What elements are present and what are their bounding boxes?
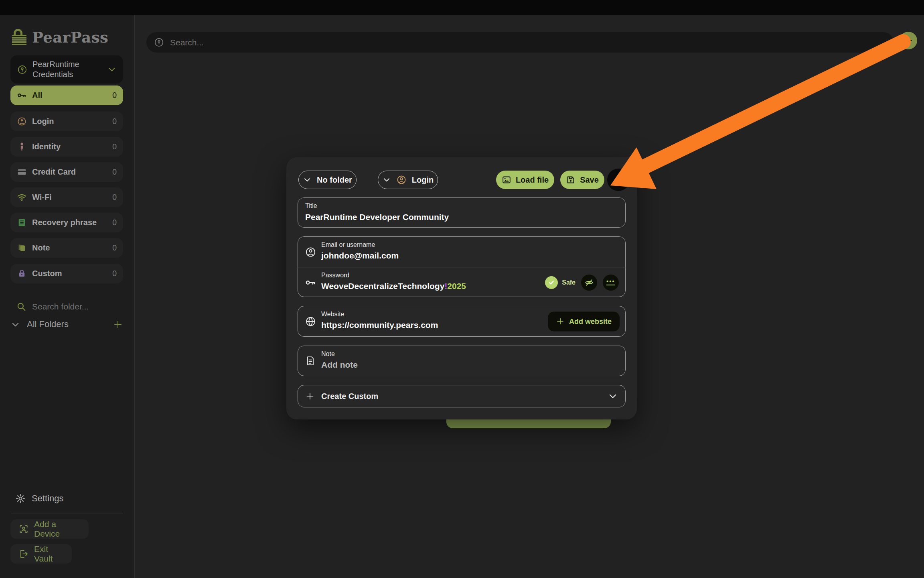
user-circle-icon xyxy=(305,246,316,258)
document-icon xyxy=(305,355,316,366)
note-field[interactable]: Note Add note xyxy=(298,346,626,376)
credential-editor-modal: No folder Login Load file xyxy=(286,157,637,419)
user-circle-icon xyxy=(396,175,407,185)
create-custom-row[interactable]: Create Custom xyxy=(298,385,626,407)
chevron-down-icon xyxy=(608,391,618,401)
globe-icon xyxy=(305,315,316,327)
website-field[interactable]: Website https://community.pears.com Add … xyxy=(298,306,626,337)
chevron-down-icon xyxy=(303,175,312,184)
type-select[interactable]: Login xyxy=(378,171,438,189)
chevron-down-icon xyxy=(382,175,391,184)
password-label: Password xyxy=(321,272,466,279)
key-icon xyxy=(305,277,316,288)
note-label: Note xyxy=(321,350,358,358)
password-value: WeoveDecentralizeTechnology!2025 xyxy=(321,281,466,291)
save-button[interactable]: Save xyxy=(560,171,604,189)
load-file-button[interactable]: Load file xyxy=(496,171,554,189)
folder-select[interactable]: No folder xyxy=(298,171,357,189)
plus-icon xyxy=(305,391,315,401)
password-options-button[interactable]: ••• xyxy=(603,275,619,291)
website-label: Website xyxy=(321,311,438,318)
website-value: https://community.pears.com xyxy=(321,320,438,330)
password-strength-badge: Safe xyxy=(545,276,575,289)
title-label: Title xyxy=(305,202,449,210)
credentials-group: Email or username johndoe@mail.com Passw… xyxy=(298,236,626,297)
email-label: Email or username xyxy=(321,241,399,248)
email-field[interactable]: Email or username johndoe@mail.com xyxy=(298,237,625,267)
check-icon xyxy=(545,276,558,289)
plus-icon xyxy=(556,317,565,326)
save-icon xyxy=(566,175,575,185)
more-dots-icon: ••• xyxy=(606,279,615,285)
close-button[interactable] xyxy=(607,169,630,191)
add-website-button[interactable]: Add website xyxy=(548,311,620,331)
note-placeholder: Add note xyxy=(321,360,358,370)
eye-off-icon xyxy=(584,278,594,287)
toggle-password-visibility-button[interactable] xyxy=(581,275,597,291)
email-value: johndoe@mail.com xyxy=(321,251,399,261)
safe-label: Safe xyxy=(562,279,575,286)
modal-toolbar: No folder Login Load file xyxy=(298,171,626,189)
title-value: PearRuntime Developer Community xyxy=(305,212,449,222)
title-field[interactable]: Title PearRuntime Developer Community xyxy=(298,197,626,228)
password-field[interactable]: Password WeoveDecentralizeTechnology!202… xyxy=(298,267,625,297)
pearpass-app: PearPass PearRuntime Credentials All 0 L… xyxy=(0,0,924,578)
image-icon xyxy=(502,175,511,185)
